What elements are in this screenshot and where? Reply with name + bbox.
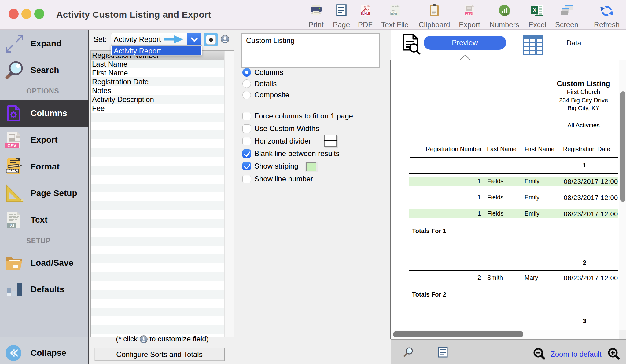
svg-text:CSV: CSV bbox=[8, 143, 17, 148]
svg-text:TXT: TXT bbox=[8, 223, 15, 228]
svg-text:CSV: CSV bbox=[466, 12, 472, 15]
svg-text:PDF: PDF bbox=[362, 12, 368, 15]
svg-text:TXT: TXT bbox=[391, 12, 397, 15]
svg-text:X: X bbox=[533, 7, 536, 13]
